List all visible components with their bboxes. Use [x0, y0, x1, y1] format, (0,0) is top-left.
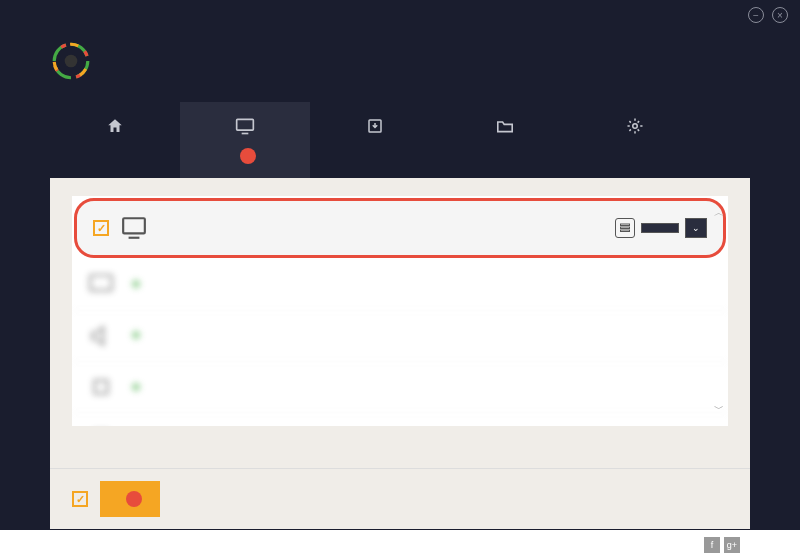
footer: f g+ — [0, 530, 800, 560]
bottom-bar — [50, 468, 750, 529]
display-icon — [88, 272, 114, 298]
tab-home[interactable] — [50, 102, 180, 178]
folder-icon — [448, 116, 562, 136]
tab-settings[interactable] — [570, 102, 700, 178]
scroll-down-icon[interactable]: ﹀ — [714, 402, 724, 416]
google-plus-icon[interactable]: g+ — [724, 537, 740, 553]
tab-restore[interactable] — [440, 102, 570, 178]
svg-rect-14 — [95, 381, 108, 394]
social-links: f g+ — [704, 537, 740, 553]
update-button[interactable] — [641, 223, 679, 233]
tab-backup[interactable] — [310, 102, 440, 178]
svg-rect-12 — [621, 230, 630, 232]
driver-row — [72, 260, 728, 311]
close-button[interactable]: × — [772, 7, 788, 23]
driver-row — [72, 311, 728, 362]
drivermax-logo-icon — [50, 40, 92, 82]
svg-rect-4 — [237, 119, 254, 130]
update-actions: ⌄ — [615, 218, 707, 238]
svg-point-7 — [633, 124, 638, 129]
content-panel: ︿ ⌄ — [50, 178, 750, 468]
main-tabs — [0, 102, 800, 178]
monitor-icon — [188, 116, 302, 136]
status-ok-icon — [132, 331, 140, 339]
facebook-icon[interactable]: f — [704, 537, 720, 553]
app-header — [0, 30, 800, 102]
updates-badge — [240, 148, 256, 164]
download-install-button[interactable] — [100, 481, 160, 517]
svg-rect-8 — [123, 218, 145, 233]
minimize-button[interactable]: − — [748, 7, 764, 23]
driver-row — [72, 362, 728, 413]
install-badge — [126, 491, 142, 507]
driver-row-featured: ⌄ — [74, 198, 726, 258]
scroll-up-icon[interactable]: ︿ — [714, 206, 724, 220]
svg-point-3 — [65, 55, 78, 68]
select-all-checkbox[interactable] — [72, 491, 88, 507]
driver-info — [159, 227, 603, 229]
chip-icon — [88, 374, 114, 400]
driver-row — [72, 413, 728, 426]
svg-rect-13 — [90, 275, 112, 290]
audio-icon — [88, 323, 114, 349]
home-icon — [58, 116, 172, 136]
details-icon[interactable] — [615, 218, 635, 238]
display-icon — [121, 215, 147, 241]
svg-rect-10 — [621, 224, 630, 226]
gear-icon — [578, 116, 692, 136]
driver-list[interactable]: ︿ ⌄ — [72, 196, 728, 426]
chip-icon — [88, 425, 114, 426]
backup-icon — [318, 116, 432, 136]
svg-rect-11 — [621, 227, 630, 229]
titlebar: − × — [0, 0, 800, 30]
status-ok-icon — [132, 383, 140, 391]
status-ok-icon — [132, 280, 140, 288]
tab-driver-updates[interactable] — [180, 102, 310, 178]
driver-checkbox[interactable] — [93, 220, 109, 236]
update-dropdown[interactable]: ⌄ — [685, 218, 707, 238]
